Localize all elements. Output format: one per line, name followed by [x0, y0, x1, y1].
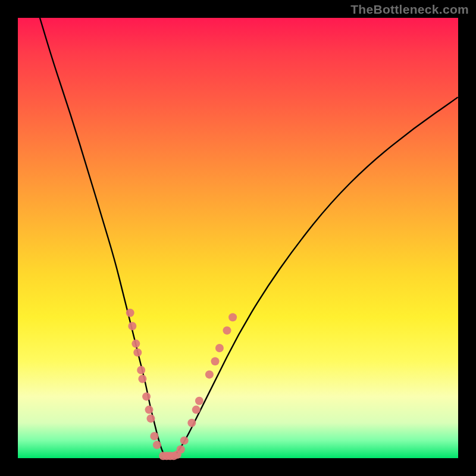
sample-dot	[138, 375, 146, 383]
sample-dot	[215, 344, 224, 352]
sample-dot	[205, 370, 214, 378]
sample-dot	[150, 432, 158, 440]
sample-dot	[195, 397, 203, 405]
sample-dot	[187, 419, 196, 427]
sample-dot	[128, 322, 136, 330]
outer-frame: TheBottleneck.com	[0, 0, 476, 476]
sample-dot	[133, 348, 142, 356]
chart-svg	[18, 18, 458, 458]
chart-plot-area	[18, 18, 458, 458]
sample-dot	[145, 406, 154, 414]
watermark-text: TheBottleneck.com	[350, 2, 469, 17]
sample-dot	[126, 309, 134, 317]
sample-dot	[146, 414, 155, 422]
sample-dot	[192, 406, 201, 414]
sample-dot	[211, 357, 220, 365]
sample-dot	[180, 436, 189, 444]
sample-dot	[137, 366, 145, 374]
sample-dot	[177, 445, 185, 453]
sample-dot	[228, 313, 237, 321]
bottleneck-curve	[40, 18, 458, 458]
sample-dot	[223, 326, 231, 334]
sample-dots	[126, 309, 237, 461]
sample-dot	[131, 340, 140, 348]
sample-dot	[142, 392, 151, 400]
sample-dot	[153, 441, 161, 449]
